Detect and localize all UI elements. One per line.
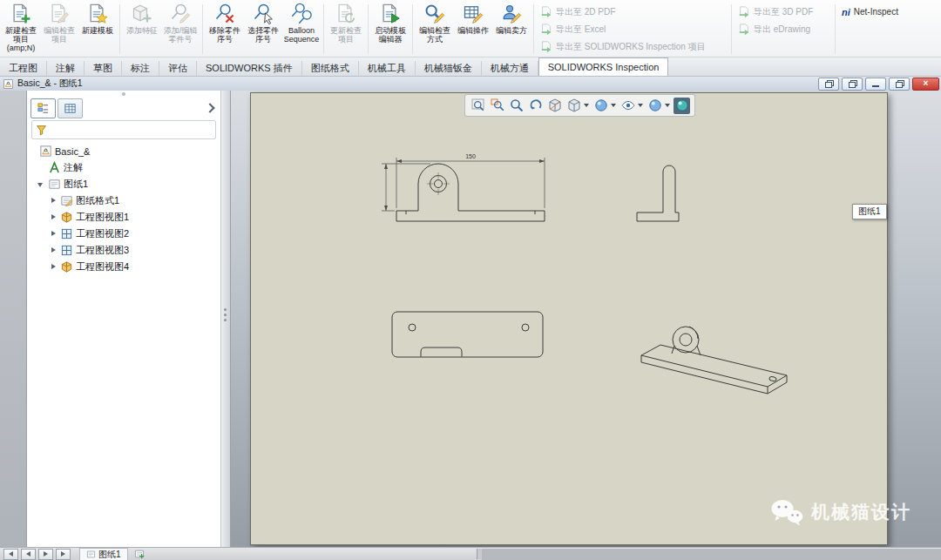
expander-icon[interactable]	[50, 246, 58, 254]
zoom-button[interactable]	[508, 98, 525, 114]
first-sheet-button[interactable]	[3, 549, 18, 560]
dropdown-arrow-icon[interactable]	[638, 104, 643, 107]
hide-show-items-button[interactable]	[619, 98, 636, 114]
export-2d-pdf-button[interactable]: 导出至 2D PDF	[540, 5, 725, 18]
inspection-table-tab[interactable]	[58, 98, 83, 118]
expander-icon[interactable]	[50, 230, 58, 238]
button-label: 添加/编辑零件号	[161, 26, 200, 44]
tree-item-drawing-view4[interactable]: 工程图视图4	[27, 259, 220, 275]
doc-close-button[interactable]: ×	[912, 78, 939, 91]
isometric-view[interactable]	[641, 327, 787, 394]
top-view[interactable]	[392, 312, 543, 357]
ribbon-group-features: 添加特征 添加/编辑零件号	[123, 2, 200, 44]
edit-operation-button[interactable]: 编辑操作	[454, 2, 492, 44]
tree-item-sheet1[interactable]: 图纸1	[27, 176, 220, 192]
tree-filter-input[interactable]	[31, 120, 216, 139]
appearances-button[interactable]	[647, 98, 663, 114]
export-label: 导出至 2D PDF	[556, 6, 615, 18]
ribbon-separator	[835, 4, 836, 54]
doc-window-button[interactable]	[818, 78, 839, 91]
display-style-button[interactable]	[592, 98, 609, 114]
zoom-fit-button[interactable]	[470, 98, 486, 114]
tab-drawing[interactable]: 工程图	[0, 61, 47, 76]
tab-solidworks-inspection[interactable]: SOLIDWORKS Inspection	[538, 57, 669, 76]
dropdown-arrow-icon[interactable]	[665, 104, 670, 107]
prev-sheet-button[interactable]	[21, 549, 36, 560]
export-icon	[540, 6, 552, 18]
update-inspection-project-button[interactable]: 更新检查项目	[327, 2, 365, 44]
tab-mech-tube[interactable]: 机械方通	[482, 61, 538, 76]
tree-item-root[interactable]: Basic_&	[27, 143, 220, 159]
button-label: 编辑检查方式	[416, 26, 454, 44]
tab-label: 评估	[168, 62, 187, 75]
section-view-button[interactable]	[546, 98, 563, 114]
engineering-drawing: 150	[251, 93, 887, 544]
tab-sketch[interactable]: 草图	[85, 61, 122, 76]
zoom-icon	[510, 98, 524, 112]
panel-collapse-button[interactable]	[203, 101, 217, 115]
new-template-button[interactable]: 新建模板	[78, 2, 117, 52]
expander-icon[interactable]	[50, 263, 58, 271]
zoom-area-button[interactable]	[489, 98, 505, 114]
dropdown-arrow-icon[interactable]	[611, 104, 616, 107]
tree-item-sheet-format1[interactable]: 图纸格式1	[27, 192, 220, 209]
balloon-sequence-button[interactable]: Balloon Sequence	[282, 2, 321, 44]
button-label: 添加特征	[123, 26, 161, 35]
previous-view-button[interactable]	[527, 98, 544, 114]
panel-splitter[interactable]	[220, 91, 231, 547]
heads-up-view-toolbar	[464, 94, 695, 117]
export-edrawing-button[interactable]: 导出 eDrawing	[738, 23, 829, 36]
side-view[interactable]	[637, 165, 679, 221]
expander-icon[interactable]	[37, 180, 45, 188]
tab-annotation[interactable]: 注解	[47, 61, 85, 76]
add-sheet-button[interactable]	[132, 549, 146, 560]
doc-restore-button[interactable]	[889, 78, 910, 91]
tab-mech-tools[interactable]: 机械工具	[359, 61, 416, 76]
doc-window-button[interactable]	[842, 78, 863, 91]
launch-template-editor-button[interactable]: 启动模板编辑器	[371, 2, 410, 44]
panel-grip[interactable]	[27, 91, 220, 98]
doc-minimize-button[interactable]	[865, 78, 886, 91]
add-feature-button[interactable]: 添加特征	[123, 2, 161, 44]
tree-item-drawing-view1[interactable]: 工程图视图1	[27, 209, 220, 226]
button-label: 移除零件序号	[206, 26, 244, 44]
sheet-tab-sheet1[interactable]: 图纸1	[79, 548, 128, 560]
feature-tree: Basic_& 注解 图纸1 图纸格式1	[27, 143, 220, 275]
realview-button[interactable]	[674, 98, 690, 114]
tree-item-annotations[interactable]: 注解	[27, 159, 220, 176]
edit-inspection-method-button[interactable]: 编辑检查方式	[416, 2, 454, 44]
expander-icon[interactable]	[50, 213, 58, 221]
next-sheet-button[interactable]	[38, 549, 53, 560]
remove-balloon-button[interactable]: 移除零件序号	[206, 2, 244, 44]
edit-operation-icon	[462, 3, 484, 25]
net-inspect-button[interactable]: ni Net-Inspect	[842, 5, 922, 18]
tab-evaluate[interactable]: 评估	[159, 61, 197, 76]
export-3d-pdf-button[interactable]: 导出至 3D PDF	[738, 5, 829, 18]
view-orientation-button[interactable]	[565, 98, 582, 114]
export-inspection-project-button[interactable]: 导出至 SOLIDWORKS Inspection 项目	[540, 40, 725, 53]
add-sheet-icon	[134, 549, 145, 559]
dropdown-arrow-icon[interactable]	[584, 104, 589, 107]
tab-addins[interactable]: SOLIDWORKS 插件	[197, 61, 302, 76]
export-excel-button[interactable]: 导出至 Excel	[540, 23, 725, 36]
tree-item-drawing-view2[interactable]: 工程图视图2	[27, 226, 220, 242]
statusbar-splitter[interactable]	[477, 549, 482, 559]
new-inspection-project-button[interactable]: 新建检查项目 (amp;N)	[2, 2, 40, 52]
add-edit-balloon-button[interactable]: 添加/编辑零件号	[161, 2, 200, 44]
left-gutter	[0, 91, 27, 547]
front-view[interactable]	[396, 164, 545, 221]
drawing-sheet[interactable]: 150	[250, 92, 888, 545]
edit-vendor-button[interactable]: 编辑卖方	[492, 2, 531, 44]
tab-mech-sheetmetal[interactable]: 机械猫钣金	[416, 61, 482, 76]
tab-sheet-format[interactable]: 图纸格式	[302, 61, 359, 76]
tab-markup[interactable]: 标注	[122, 61, 159, 76]
export-column-3: ni Net-Inspect	[838, 2, 925, 18]
select-balloon-icon	[252, 3, 274, 25]
expander-icon[interactable]	[50, 197, 58, 205]
select-balloon-button[interactable]: 选择零件序号	[244, 2, 282, 44]
edit-inspection-project-button[interactable]: 编辑检查项目	[40, 2, 78, 52]
tree-item-drawing-view3[interactable]: 工程图视图3	[27, 242, 220, 259]
export-icon	[738, 24, 750, 36]
last-sheet-button[interactable]	[56, 549, 71, 560]
feature-tree-tab[interactable]	[30, 98, 56, 118]
